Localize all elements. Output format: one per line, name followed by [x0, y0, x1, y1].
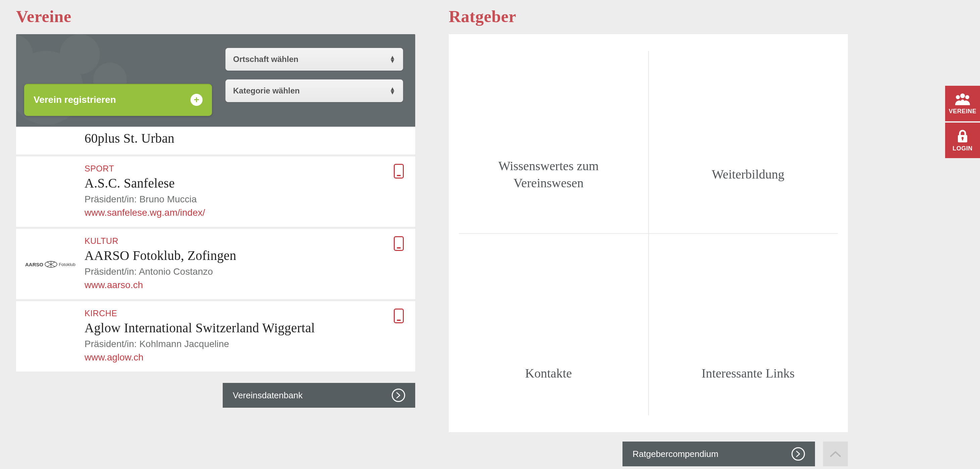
verein-name: Aglow International Switzerland Wiggerta…	[84, 320, 388, 335]
verein-name: AARSO Fotoklub, Zofingen	[84, 248, 388, 263]
sidefab-vereine[interactable]: VEREINE	[945, 86, 980, 121]
ratgebercompendium-button[interactable]: Ratgebercompendium	[622, 442, 815, 466]
vereinsdatenbank-label: Vereinsdatenbank	[233, 390, 302, 401]
register-club-button[interactable]: Verein registrieren +	[24, 84, 212, 116]
verein-row[interactable]: AARSO Fotoklub KULTUR AARSO Fotoklub, Zo…	[16, 229, 415, 301]
svg-point-9	[956, 95, 960, 99]
ratgeber-cell-links[interactable]: Interessante Links	[648, 233, 848, 432]
lock-icon	[956, 129, 969, 143]
verein-thumb	[16, 164, 84, 218]
verein-thumb-label: AARSO Fotoklub	[25, 261, 75, 268]
verein-row[interactable]: SPORT A.S.C. Sanfelese Präsident/in: Bru…	[16, 157, 415, 229]
verein-category: KIRCHE	[84, 309, 388, 318]
register-club-label: Verein registrieren	[33, 95, 116, 105]
phone-icon[interactable]	[394, 164, 404, 179]
phone-icon[interactable]	[394, 236, 404, 251]
sidefab-vereine-label: VEREINE	[949, 108, 977, 115]
verein-president: Präsident/in: Kohlmann Jacqueline	[84, 339, 388, 349]
sidefab-login-label: LOGIN	[953, 145, 973, 152]
verein-president: Präsident/in: Antonio Costanzo	[84, 266, 388, 277]
sidefab-login[interactable]: LOGIN	[945, 123, 980, 158]
vereine-footer: Vereinsdatenbank	[16, 383, 415, 408]
ratgeber-title: Ratgeber	[449, 7, 848, 26]
category-select-label: Kategorie wählen	[233, 86, 300, 95]
chevron-up-icon	[829, 450, 842, 458]
updown-icon: ▲▼	[390, 87, 395, 95]
arrow-right-icon	[792, 447, 805, 461]
verein-name: 60plus St. Urban	[84, 131, 388, 146]
ratgeber-cell-weiterbildung[interactable]: Weiterbildung	[648, 34, 848, 233]
verein-category: KULTUR	[84, 236, 388, 246]
verein-row[interactable]: KIRCHE Aglow International Switzerland W…	[16, 301, 415, 374]
verein-president: Präsident/in: Bruno Muccia	[84, 194, 388, 205]
vereine-column: Vereine Verein registrieren + Ortschaft …	[16, 7, 415, 466]
verein-thumb	[16, 309, 84, 363]
svg-point-10	[965, 95, 969, 99]
verein-url-link[interactable]: www.aglow.ch	[84, 352, 143, 363]
phone-icon[interactable]	[394, 309, 404, 323]
verein-thumb: AARSO Fotoklub	[16, 236, 84, 290]
vereinsdatenbank-button[interactable]: Vereinsdatenbank	[223, 383, 415, 408]
ratgeber-footer: Ratgebercompendium	[449, 442, 848, 466]
arrow-right-icon	[392, 388, 405, 402]
verein-url-link[interactable]: www.aarso.ch	[84, 280, 143, 290]
verein-row[interactable]: 60plus St. Urban	[16, 127, 415, 157]
verein-name: A.S.C. Sanfelese	[84, 176, 388, 191]
side-floating-nav: VEREINE LOGIN	[945, 86, 980, 158]
people-icon	[955, 92, 970, 106]
verein-thumb	[16, 131, 84, 149]
vereine-filter-head: Verein registrieren + Ortschaft wählen ▲…	[16, 34, 415, 127]
ratgeber-cell-wissen[interactable]: Wissenswertes zum Vereinswesen	[449, 34, 648, 233]
location-select[interactable]: Ortschaft wählen ▲▼	[225, 48, 403, 71]
svg-rect-13	[962, 138, 963, 140]
verein-url-link[interactable]: www.sanfelese.wg.am/index/	[84, 208, 205, 218]
ratgeber-grid: Wissenswertes zum Vereinswesen Weiterbil…	[449, 34, 848, 432]
location-select-label: Ortschaft wählen	[233, 55, 299, 64]
category-select[interactable]: Kategorie wählen ▲▼	[225, 79, 403, 102]
scroll-top-button[interactable]	[823, 442, 848, 466]
ratgebercompendium-label: Ratgebercompendium	[633, 449, 718, 459]
plus-icon: +	[191, 94, 202, 106]
vereine-title: Vereine	[16, 7, 415, 26]
verein-category: SPORT	[84, 164, 388, 174]
svg-point-8	[960, 93, 965, 98]
ratgeber-column: Ratgeber Wissenswertes zum Vereinswesen …	[449, 7, 848, 466]
vereine-list: 60plus St. Urban SPORT A.S.C. Sanfelese …	[16, 127, 415, 374]
updown-icon: ▲▼	[390, 55, 395, 63]
ratgeber-cell-kontakte[interactable]: Kontakte	[449, 233, 648, 432]
